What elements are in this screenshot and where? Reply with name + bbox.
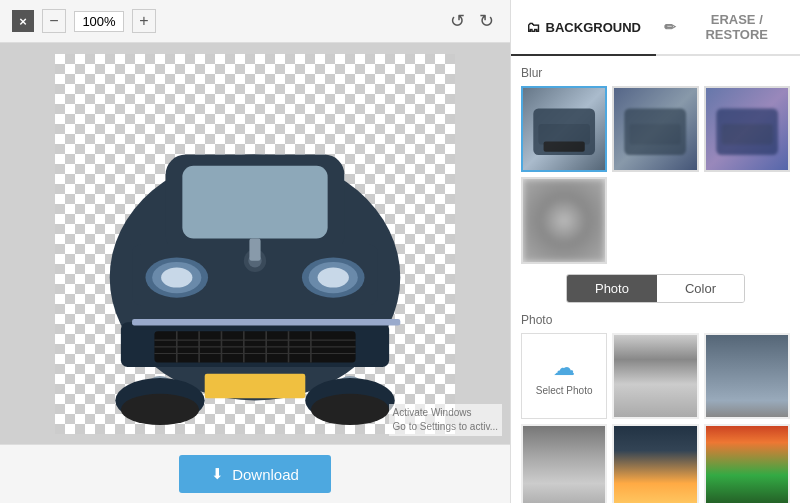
svg-point-18 [161, 267, 192, 287]
photo-grid: ☁ Select Photo [521, 333, 790, 503]
zoom-in-button[interactable]: + [132, 9, 156, 33]
tab-bar: 🗂 BACKGROUND ✏ ERASE / RESTORE [511, 0, 800, 56]
right-content: Blur [511, 56, 800, 503]
select-photo-button[interactable]: ☁ Select Photo [521, 333, 607, 419]
photo-section-label: Photo [521, 313, 790, 327]
blur-thumbnail-1[interactable] [521, 86, 607, 172]
blur-thumbnail-4[interactable] [521, 177, 607, 263]
redo-button[interactable]: ↻ [475, 8, 498, 34]
undo-redo-group: ↺ ↻ [446, 8, 498, 34]
photo-gray-road[interactable] [521, 424, 607, 503]
svg-rect-2 [182, 165, 327, 238]
canvas-container [55, 54, 455, 434]
toggle-photo-button[interactable]: Photo [567, 275, 657, 302]
blur-section-label: Blur [521, 66, 790, 80]
photo-color-toggle: Photo Color [521, 274, 790, 303]
svg-rect-34 [538, 124, 589, 145]
blur-thumbnail-3[interactable] [704, 86, 790, 172]
download-icon: ⬇ [211, 465, 224, 483]
canvas-area: Activate Windows Go to Settings to activ… [0, 43, 510, 444]
svg-point-32 [311, 393, 389, 424]
right-panel: 🗂 BACKGROUND ✏ ERASE / RESTORE Blur [510, 0, 800, 503]
toggle-color-button[interactable]: Color [657, 275, 744, 302]
photo-autumn[interactable] [704, 424, 790, 503]
tab-erase-restore[interactable]: ✏ ERASE / RESTORE [656, 0, 801, 54]
svg-point-21 [318, 267, 349, 287]
svg-rect-39 [721, 124, 772, 145]
bottom-bar: ⬇ Download [0, 444, 510, 503]
undo-button[interactable]: ↺ [446, 8, 469, 34]
tab-background[interactable]: 🗂 BACKGROUND [511, 0, 656, 56]
blur-thumbnails-grid [521, 86, 790, 264]
zoom-input[interactable] [74, 11, 124, 32]
blur-thumbnail-2[interactable] [612, 86, 698, 172]
left-panel: × − + ↺ ↻ [0, 0, 510, 503]
zoom-out-button[interactable]: − [42, 9, 66, 33]
svg-rect-35 [544, 142, 585, 152]
photo-road-city[interactable] [704, 333, 790, 419]
photo-tunnel[interactable] [612, 333, 698, 419]
svg-rect-24 [205, 373, 306, 398]
download-button[interactable]: ⬇ Download [179, 455, 331, 493]
car-image [55, 54, 455, 434]
photo-sunset[interactable] [612, 424, 698, 503]
close-button[interactable]: × [12, 10, 34, 32]
select-photo-label: Select Photo [536, 385, 593, 396]
upload-icon: ☁ [553, 355, 575, 381]
svg-point-31 [121, 393, 199, 424]
layers-icon: 🗂 [526, 19, 540, 35]
svg-rect-25 [249, 238, 260, 260]
toggle-group: Photo Color [566, 274, 745, 303]
toolbar: × − + ↺ ↻ [0, 0, 510, 43]
svg-rect-37 [630, 124, 681, 145]
svg-rect-26 [132, 318, 400, 325]
eraser-icon: ✏ [664, 19, 676, 35]
